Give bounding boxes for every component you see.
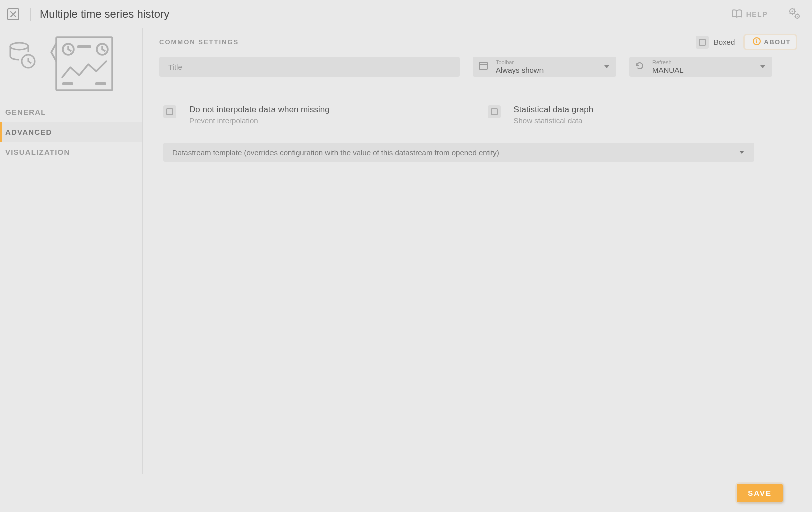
graph-document-icon <box>50 35 114 94</box>
gears-icon <box>788 7 801 22</box>
checkbox-icon <box>166 108 173 115</box>
database-clock-icon <box>8 41 36 71</box>
toolbar-select[interactable]: Toolbar Always shown <box>473 57 616 77</box>
refresh-select-value: MANUAL <box>652 66 684 74</box>
common-settings-title: COMMON SETTINGS <box>159 38 239 46</box>
header-divider <box>30 8 31 21</box>
sidebar-item-general[interactable]: GENERAL <box>0 102 142 122</box>
about-label: ABOUT <box>764 38 791 46</box>
save-button[interactable]: SAVE <box>737 484 783 502</box>
chevron-down-icon <box>739 151 744 154</box>
refresh-select[interactable]: Refresh MANUAL <box>629 57 772 77</box>
toolbar-select-label: Toolbar <box>496 60 544 65</box>
svg-point-4 <box>10 43 28 50</box>
boxed-checkbox[interactable] <box>696 36 709 49</box>
svg-rect-14 <box>479 62 487 69</box>
chevron-down-icon <box>760 65 765 68</box>
interpolate-checkbox[interactable] <box>163 105 176 118</box>
svg-rect-10 <box>62 82 73 85</box>
option-interpolate: Do not interpolate data when missing Pre… <box>163 104 468 125</box>
footer-bar: SAVE <box>0 474 812 512</box>
svg-point-13 <box>756 39 757 40</box>
option-subtitle: Prevent interpolation <box>189 116 330 125</box>
title-input[interactable] <box>167 62 452 72</box>
sidebar-item-visualization[interactable]: VISUALIZATION <box>0 142 142 162</box>
help-button[interactable]: HELP <box>727 9 768 20</box>
datastream-placeholder: Datastream template (overrides configura… <box>172 148 499 157</box>
sidebar-item-label: GENERAL <box>5 108 46 116</box>
svg-rect-11 <box>95 82 106 85</box>
svg-point-1 <box>792 11 793 12</box>
advanced-body: Do not interpolate data when missing Pre… <box>143 90 812 474</box>
common-settings-section: COMMON SETTINGS Boxed ABOUT <box>143 28 812 90</box>
chevron-down-icon <box>604 65 609 68</box>
refresh-select-label: Refresh <box>652 60 684 65</box>
sidebar: GENERAL ADVANCED VISUALIZATION <box>0 28 142 512</box>
close-icon <box>10 11 16 17</box>
window-icon <box>479 62 488 72</box>
option-title: Statistical data graph <box>514 104 594 115</box>
sidebar-item-label: ADVANCED <box>5 128 52 136</box>
page-title: Multiple time series history <box>40 8 169 21</box>
boxed-label: Boxed <box>714 38 735 46</box>
svg-point-3 <box>797 16 798 17</box>
help-label: HELP <box>746 10 768 18</box>
option-subtitle: Show statistical data <box>514 116 594 125</box>
option-title: Do not interpolate data when missing <box>189 104 330 115</box>
refresh-icon <box>635 61 644 72</box>
close-button[interactable] <box>7 8 19 20</box>
boxed-checkbox-group: Boxed <box>696 36 735 49</box>
sidebar-illustration <box>0 28 142 102</box>
content-pane: COMMON SETTINGS Boxed ABOUT <box>142 28 812 474</box>
sidebar-item-label: VISUALIZATION <box>5 148 70 156</box>
svg-rect-8 <box>77 45 91 48</box>
about-button[interactable]: ABOUT <box>745 35 796 49</box>
option-statistical: Statistical data graph Show statistical … <box>488 104 792 125</box>
sidebar-item-advanced[interactable]: ADVANCED <box>0 122 142 142</box>
info-icon <box>753 37 761 47</box>
settings-gear-button[interactable] <box>788 7 801 22</box>
toolbar-select-value: Always shown <box>496 66 544 74</box>
header-bar: Multiple time series history HELP <box>0 0 812 28</box>
save-button-label: SAVE <box>748 489 772 497</box>
book-icon <box>731 9 742 20</box>
checkbox-icon <box>491 108 498 115</box>
title-input-wrapper <box>159 57 460 77</box>
checkbox-icon <box>699 39 706 46</box>
statistical-checkbox[interactable] <box>488 105 501 118</box>
datastream-template-select[interactable]: Datastream template (overrides configura… <box>163 143 754 162</box>
